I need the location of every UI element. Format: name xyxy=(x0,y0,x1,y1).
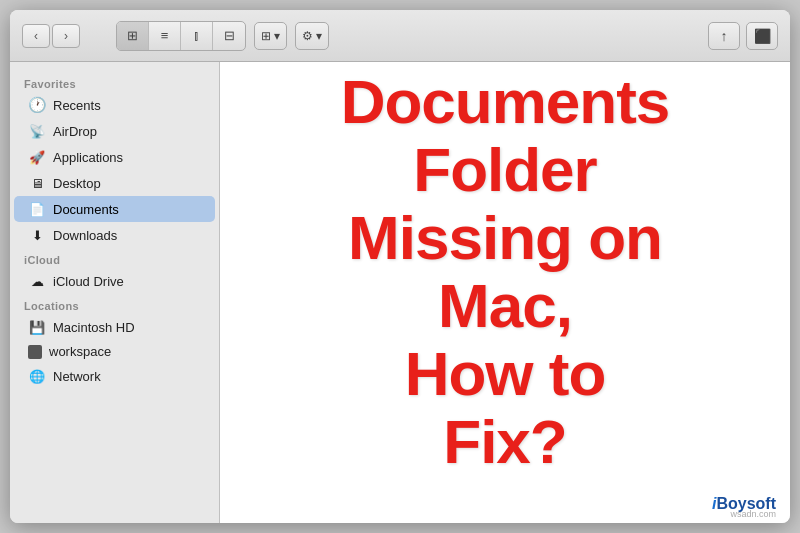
watermark-sub: wsadn.com xyxy=(730,509,776,519)
overlay-line1: Documents Folder xyxy=(341,66,670,203)
share-icon: ↑ xyxy=(721,28,728,44)
view-buttons-group: ⊞ ≡ ⫿ ⊟ xyxy=(116,21,246,51)
forward-button[interactable]: › xyxy=(52,24,80,48)
sidebar-label-network: Network xyxy=(53,369,101,384)
sidebar-label-icloud-drive: iCloud Drive xyxy=(53,274,124,289)
view-icon-icon: ⊞ xyxy=(127,28,138,43)
toolbar: ‹ › ⊞ ≡ ⫿ ⊟ ⊞ ▾ xyxy=(10,10,790,62)
gear-dropdown[interactable]: ⚙ ▾ xyxy=(295,22,329,50)
overlay-line3: How to Fix? xyxy=(405,339,606,476)
desktop-icon: 🖥 xyxy=(28,174,46,192)
sidebar: Favorites 🕐 Recents 📡 AirDrop 🚀 Applicat… xyxy=(10,62,220,523)
sidebar-item-macintosh-hd[interactable]: 💾 Macintosh HD xyxy=(14,314,215,340)
network-icon: 🌐 xyxy=(28,367,46,385)
arrange-icon: ⊞ xyxy=(261,29,271,43)
sidebar-label-recents: Recents xyxy=(53,98,101,113)
sidebar-item-downloads[interactable]: ⬇ Downloads xyxy=(14,222,215,248)
tag-button[interactable]: ⬛ xyxy=(746,22,778,50)
back-icon: ‹ xyxy=(34,29,38,43)
locations-header: Locations xyxy=(10,294,219,314)
recents-icon: 🕐 xyxy=(28,96,46,114)
view-icon-button[interactable]: ⊞ xyxy=(117,22,149,50)
view-columns-button[interactable]: ⫿ xyxy=(181,22,213,50)
overlay-text: Documents Folder Missing on Mac, How to … xyxy=(341,67,670,476)
sidebar-item-network[interactable]: 🌐 Network xyxy=(14,363,215,389)
forward-icon: › xyxy=(64,29,68,43)
view-list-button[interactable]: ≡ xyxy=(149,22,181,50)
sidebar-label-airdrop: AirDrop xyxy=(53,124,97,139)
gear-arrow-icon: ▾ xyxy=(316,29,322,43)
sidebar-item-icloud-drive[interactable]: ☁ iCloud Drive xyxy=(14,268,215,294)
sidebar-label-macintosh-hd: Macintosh HD xyxy=(53,320,135,335)
sidebar-item-applications[interactable]: 🚀 Applications xyxy=(14,144,215,170)
sidebar-item-workspace[interactable]: workspace xyxy=(14,340,215,363)
airdrop-icon: 📡 xyxy=(28,122,46,140)
tag-icon: ⬛ xyxy=(754,28,771,44)
gear-icon: ⚙ xyxy=(302,29,313,43)
content-area: Favorites 🕐 Recents 📡 AirDrop 🚀 Applicat… xyxy=(10,62,790,523)
view-list-icon: ≡ xyxy=(161,28,169,43)
downloads-icon: ⬇ xyxy=(28,226,46,244)
overlay-title: Documents Folder Missing on Mac, How to … xyxy=(341,67,670,476)
sidebar-item-desktop[interactable]: 🖥 Desktop xyxy=(14,170,215,196)
share-button[interactable]: ↑ xyxy=(708,22,740,50)
view-columns-icon: ⫿ xyxy=(193,28,200,43)
view-cover-icon: ⊟ xyxy=(224,28,235,43)
sidebar-item-airdrop[interactable]: 📡 AirDrop xyxy=(14,118,215,144)
sidebar-item-recents[interactable]: 🕐 Recents xyxy=(14,92,215,118)
back-button[interactable]: ‹ xyxy=(22,24,50,48)
sidebar-label-documents: Documents xyxy=(53,202,119,217)
documents-icon: 📄 xyxy=(28,200,46,218)
icloud-icon: ☁ xyxy=(28,272,46,290)
nav-buttons: ‹ › xyxy=(22,24,80,48)
toolbar-right: ↑ ⬛ xyxy=(708,22,778,50)
sidebar-label-downloads: Downloads xyxy=(53,228,117,243)
arrange-arrow-icon: ▾ xyxy=(274,29,280,43)
favorites-header: Favorites xyxy=(10,72,219,92)
finder-window: ‹ › ⊞ ≡ ⫿ ⊟ ⊞ ▾ xyxy=(10,10,790,523)
sidebar-item-documents[interactable]: 📄 Documents xyxy=(14,196,215,222)
applications-icon: 🚀 xyxy=(28,148,46,166)
view-cover-button[interactable]: ⊟ xyxy=(213,22,245,50)
arrange-dropdown[interactable]: ⊞ ▾ xyxy=(254,22,287,50)
icloud-header: iCloud xyxy=(10,248,219,268)
macintosh-hd-icon: 💾 xyxy=(28,318,46,336)
workspace-icon xyxy=(28,345,42,359)
main-panel: Documents Folder Missing on Mac, How to … xyxy=(220,62,790,523)
sidebar-label-workspace: workspace xyxy=(49,344,111,359)
overlay-line2: Missing on Mac, xyxy=(348,203,662,340)
sidebar-label-desktop: Desktop xyxy=(53,176,101,191)
sidebar-label-applications: Applications xyxy=(53,150,123,165)
